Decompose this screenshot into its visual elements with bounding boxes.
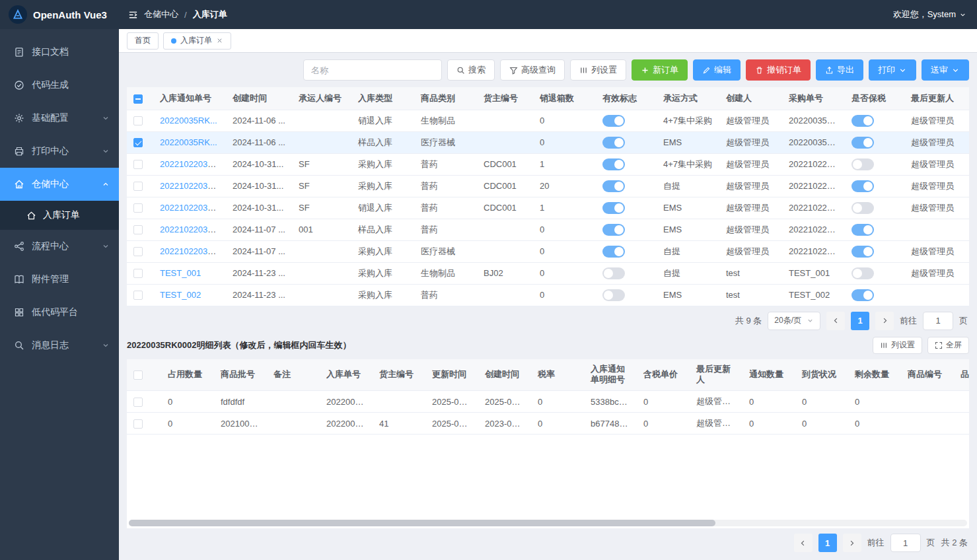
detail-column-header[interactable]: 入库通知单明细号 <box>584 359 637 391</box>
column-header[interactable]: 创建人 <box>719 87 782 110</box>
sidebar-item-warehouse-center[interactable]: 仓储中心 <box>0 168 119 201</box>
detail-column-header[interactable]: 占用数量 <box>161 359 214 391</box>
table-row[interactable]: 2022102203R... 2024-11-07 ... 001 样品入库 普… <box>127 219 969 240</box>
detail-column-header[interactable]: 到货状况 <box>795 359 848 391</box>
column-settings-button[interactable]: 列设置 <box>570 59 626 81</box>
sidebar-item-api-docs[interactable]: 接口文档 <box>0 36 119 69</box>
detail-column-header[interactable]: 税率 <box>531 359 584 391</box>
row-checkbox[interactable] <box>133 269 143 278</box>
bonded-toggle[interactable] <box>851 158 874 170</box>
row-checkbox[interactable] <box>133 247 143 256</box>
order-no-link[interactable]: 2022102203R... <box>160 159 221 169</box>
valid-toggle[interactable] <box>602 180 625 192</box>
bonded-toggle[interactable] <box>851 202 874 214</box>
sidebar-item-base-config[interactable]: 基础配置 <box>0 102 119 135</box>
column-header[interactable]: 入库类型 <box>351 87 414 110</box>
valid-toggle[interactable] <box>602 202 625 214</box>
table-row[interactable]: 2022102203R... 2024-10-31... SF 销退入库 普药 … <box>127 197 969 219</box>
next-page-button[interactable] <box>875 312 894 330</box>
tab-home[interactable]: 首页 <box>127 32 159 50</box>
row-checkbox[interactable] <box>133 138 143 147</box>
detail-table-row[interactable]: 0 2021000... 2022003... 41 2025-05-... 2… <box>127 413 969 435</box>
breadcrumb-level-1[interactable]: 仓储中心 <box>144 9 178 20</box>
table-row[interactable]: 2022102203R... 2024-11-07 ... 采购入库 医疗器械 … <box>127 240 969 262</box>
column-header[interactable]: 承运人编号 <box>292 87 351 110</box>
search-input[interactable] <box>303 59 442 81</box>
detail-row-checkbox[interactable] <box>133 419 143 429</box>
edit-button[interactable]: 编辑 <box>693 59 741 81</box>
row-checkbox[interactable] <box>133 116 143 125</box>
tab-inbound-orders[interactable]: 入库订单 <box>163 32 231 50</box>
row-checkbox[interactable] <box>133 291 143 300</box>
new-order-button[interactable]: 新订单 <box>632 59 688 81</box>
detail-column-header[interactable]: 备注 <box>267 359 320 391</box>
row-checkbox[interactable] <box>133 182 143 191</box>
column-header[interactable]: 创建时间 <box>226 87 292 110</box>
detail-select-all-checkbox[interactable] <box>133 370 143 380</box>
user-menu[interactable]: 欢迎您，System <box>893 9 977 20</box>
order-no-link[interactable]: 2022102203R... <box>160 225 221 234</box>
search-button[interactable]: 搜索 <box>447 59 495 81</box>
column-header[interactable]: 货主编号 <box>477 87 533 110</box>
export-button[interactable]: 导出 <box>816 59 863 81</box>
valid-toggle[interactable] <box>602 267 625 279</box>
page-size-select[interactable]: 20条/页 <box>768 312 820 330</box>
column-header[interactable]: 商品类别 <box>414 87 477 110</box>
bonded-toggle[interactable] <box>851 224 874 236</box>
detail-column-header[interactable]: 入库单号 <box>320 359 373 391</box>
detail-next-page-button[interactable] <box>843 534 861 552</box>
order-no-link[interactable]: 2022102203R... <box>160 246 221 256</box>
valid-toggle[interactable] <box>602 224 625 236</box>
table-row[interactable]: TEST_002 2024-11-23 ... 采购入库 普药 0 EMS te… <box>127 284 969 306</box>
bonded-toggle[interactable] <box>851 180 874 192</box>
detail-column-header[interactable]: 通知数量 <box>742 359 795 391</box>
bonded-toggle[interactable] <box>851 289 874 301</box>
bonded-toggle[interactable] <box>851 137 874 149</box>
column-header[interactable]: 最后更新人 <box>904 87 969 110</box>
sidebar-item-print-center[interactable]: 打印中心 <box>0 135 119 168</box>
fullscreen-button[interactable]: 全屏 <box>927 337 969 354</box>
bonded-toggle[interactable] <box>851 246 874 258</box>
order-no-link[interactable]: TEST_001 <box>160 268 201 278</box>
bonded-toggle[interactable] <box>851 267 874 279</box>
prev-page-button[interactable] <box>826 312 845 330</box>
sidebar-item-inbound-orders[interactable]: 入库订单 <box>0 201 119 230</box>
row-checkbox[interactable] <box>133 225 143 234</box>
detail-page-number-button[interactable]: 1 <box>818 534 837 552</box>
detail-goto-page-input[interactable] <box>890 534 921 552</box>
page-number-button[interactable]: 1 <box>851 312 869 330</box>
scrollbar-thumb[interactable] <box>129 520 715 526</box>
sidebar-item-message-log[interactable]: 消息日志 <box>0 329 119 362</box>
sidebar-item-attachments[interactable]: 附件管理 <box>0 263 119 296</box>
collapse-sidebar-icon[interactable] <box>128 10 138 20</box>
detail-prev-page-button[interactable] <box>794 534 813 552</box>
select-all-checkbox[interactable] <box>133 94 143 104</box>
detail-column-settings-button[interactable]: 列设置 <box>873 337 922 354</box>
table-row[interactable]: 2022102203R... 2024-10-31... SF 采购入库 普药 … <box>127 175 969 197</box>
valid-toggle[interactable] <box>602 158 625 170</box>
detail-column-header[interactable]: 含税单价 <box>637 359 690 391</box>
detail-column-header[interactable]: 商品编号 <box>901 359 954 391</box>
column-header[interactable]: 有效标志 <box>596 87 657 110</box>
print-dropdown-button[interactable]: 打印 <box>869 59 916 81</box>
detail-column-header[interactable]: 品 <box>954 359 969 391</box>
table-row[interactable]: TEST_001 2024-11-23 ... 采购入库 生物制品 BJ02 0… <box>127 262 969 284</box>
sidebar-item-code-gen[interactable]: 代码生成 <box>0 69 119 102</box>
column-header[interactable]: 承运方式 <box>657 87 719 110</box>
order-no-link[interactable]: TEST_002 <box>160 290 201 300</box>
column-header[interactable]: 入库通知单号 <box>153 87 226 110</box>
detail-column-header[interactable]: 创建时间 <box>478 359 531 391</box>
valid-toggle[interactable] <box>602 289 625 301</box>
submit-approval-dropdown-button[interactable]: 送审 <box>922 59 969 81</box>
column-header[interactable]: 采购单号 <box>782 87 845 110</box>
close-icon[interactable] <box>216 37 223 44</box>
advanced-search-button[interactable]: 高级查询 <box>500 59 565 81</box>
detail-table-row[interactable]: 0 fdfdfdf 2022003... 2025-05-... 2025-05… <box>127 391 969 413</box>
detail-row-checkbox[interactable] <box>133 398 143 407</box>
detail-column-header[interactable]: 商品批号 <box>214 359 267 391</box>
valid-toggle[interactable] <box>602 137 625 149</box>
bonded-toggle[interactable] <box>851 115 874 127</box>
valid-toggle[interactable] <box>602 246 625 258</box>
order-no-link[interactable]: 2022102203R... <box>160 203 221 213</box>
table-row[interactable]: 20220035RK... 2024-11-06 ... 样品入库 医疗器械 0… <box>127 131 969 153</box>
